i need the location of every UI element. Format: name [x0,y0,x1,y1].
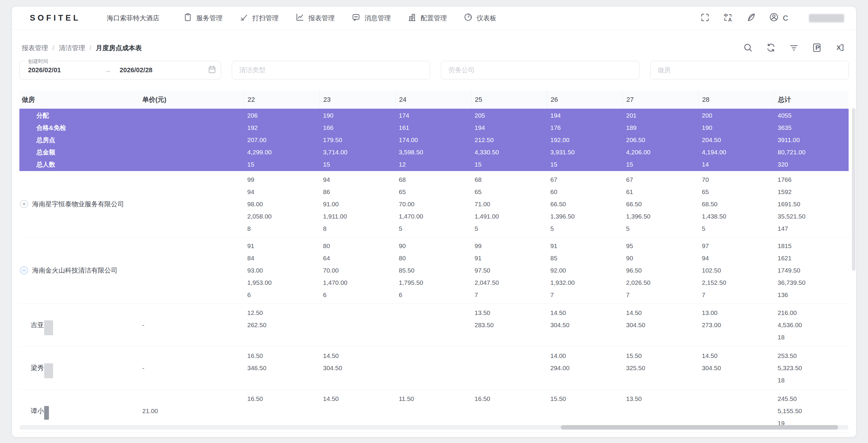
cell-value: 1,491.00 [474,210,499,223]
breadcrumb-reports[interactable]: 报表管理 [22,43,48,53]
breadcrumb-cleaning[interactable]: 清洁管理 [59,43,85,53]
cell-day-25 [471,350,547,386]
value-stack: 908085.501,795.506 [399,240,423,301]
header-day-23: 23 [319,91,395,109]
cell-value: 36,739.50 [778,276,805,289]
cell-value: 212.50 [474,134,499,146]
date-start-input[interactable] [28,66,104,74]
cell-day-25: 205194212.504,330.5015 [471,109,547,171]
fullscreen-icon[interactable] [700,12,710,24]
nav-item-service[interactable]: 服务管理 [183,12,222,24]
value-stack: 200190204.504,194.0014 [702,109,726,171]
cleaning-type-input[interactable] [239,66,423,74]
cell-value: 65 [474,186,499,198]
cell-value: 1,932.00 [550,276,575,289]
value-stack: 16.50346.50 [247,350,267,386]
nav-menu: 服务管理 打扫管理 报表管理 消息管理 配置管理 仪表板 [183,12,496,24]
nav-item-reports[interactable]: 报表管理 [295,12,335,24]
value-stack: 676066.501,396.505 [550,173,575,235]
nav-item-dashboard[interactable]: 仪表板 [464,12,496,24]
value-stack: 706568.501,438.505 [702,173,726,235]
cell-value: 1592 [778,186,805,198]
date-end-input[interactable] [120,66,207,74]
cell-day-27: 13.50 [622,392,698,429]
cell-total: 216.004,536.0018 [774,306,848,343]
refresh-icon[interactable] [766,42,776,54]
export-pdf-icon[interactable]: P [812,42,822,54]
company-name: 海南星宇恒泰物业服务有限公司 [32,200,124,209]
cleaning-type-field[interactable] [232,61,430,80]
header-price: 单价(元) [139,91,244,109]
labor-company-field[interactable] [441,61,639,80]
calendar-icon[interactable] [207,65,217,76]
user-avatar-icon [769,12,779,24]
room-attendant-input[interactable] [658,66,841,74]
nav-item-config[interactable]: 配置管理 [407,12,447,24]
cell-value: 6 [323,289,347,301]
header-room: 做房 [20,91,139,109]
cell-value: 66.50 [550,198,575,210]
user-area[interactable]: C [769,12,788,24]
svg-text:A: A [728,17,732,22]
cell-value: 67 [626,173,651,186]
cell-total: 176615921691.5035,521.50147 [774,173,848,235]
cell-value: 5 [702,223,726,235]
cell-value: 6 [247,289,272,301]
feather-icon[interactable] [746,12,756,24]
nav-item-label: 报表管理 [308,14,335,23]
cell-value: 273.00 [702,319,721,331]
cell-value: 5,155.50 [778,405,802,417]
cell-day-27: 14.50304.50 [622,306,698,343]
cell-value [626,405,642,417]
search-icon[interactable] [743,42,753,54]
unit-price-value: 21.00 [142,408,158,415]
value-stack: 13.00273.00 [702,306,721,343]
cell-value: 1815 [778,240,805,252]
export-excel-icon[interactable]: X [835,42,845,54]
cell-total: 245.505,155.5019 [774,392,848,429]
summary-label: 总人数 [22,158,66,171]
cell-value: 190 [323,109,347,121]
nav-item-label: 服务管理 [196,14,222,23]
cell-value: 14.50 [323,392,339,405]
cell-value: 14.50 [323,350,342,362]
cell-day-28: 14.50304.50 [698,350,774,386]
cell-value [550,374,569,386]
cell-value: 136 [778,289,805,301]
cell-value: 3635 [778,121,805,134]
room-attendant-field[interactable] [650,61,848,80]
cell-value: 14.00 [550,350,569,362]
value-stack: 15.50 [550,392,566,429]
cell-value [323,405,339,417]
page-title: 月度房点成本表 [96,43,142,53]
nav-item-cleaning[interactable]: 打扫管理 [239,12,279,24]
table-header: 做房 单价(元) 22 23 24 25 26 27 28 总计 [20,91,848,109]
cell-day-28: 200190204.504,194.0014 [698,109,774,171]
person-name: 吉亚 [31,321,44,330]
cell-value: 68 [474,173,499,186]
cell-value: 97 [702,240,726,252]
horizontal-scrollbar-thumb[interactable] [561,425,838,430]
nav-item-messages[interactable]: 消息管理 [351,12,391,24]
labor-company-input[interactable] [448,66,632,74]
translate-icon[interactable]: 中A [723,12,733,24]
horizontal-scrollbar[interactable] [20,425,848,430]
header-day-26: 26 [547,91,622,109]
cell-value: 166 [323,121,347,134]
cell-value: 7 [702,289,726,301]
expand-icon[interactable]: + [20,200,28,208]
collapse-icon[interactable]: − [20,266,28,274]
value-stack: 174161174.003,598.5012 [399,109,423,171]
date-range-field[interactable]: 创建时间 → [20,61,221,80]
value-stack: 190166179.503,714.0015 [323,109,347,171]
gauge-icon [464,12,473,24]
cell-value: 201 [626,109,651,121]
cell-value: 90 [399,240,423,252]
breadcrumb-separator: / [53,44,54,52]
cell-value: 320 [778,158,805,171]
company-name: 海南金火山科技清洁有限公司 [32,266,118,275]
header-day-22: 22 [244,91,319,109]
cell-day-24: 686570.001,470.005 [395,173,471,235]
filter-icon[interactable] [789,42,799,54]
vertical-scrollbar-thumb[interactable] [852,108,856,271]
